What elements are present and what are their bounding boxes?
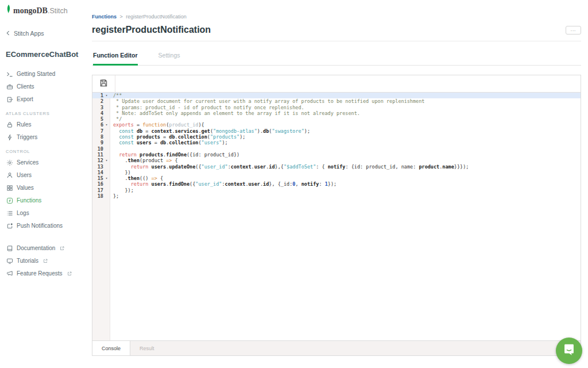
back-link-label: Stitch Apps [14,30,44,37]
code-line-9[interactable]: 9 const users = db.collection("users"); [92,140,581,145]
code-token: ){ [198,122,204,128]
code-line-3[interactable]: 3 * params: product_id - id of product t… [92,105,581,110]
sidebar-item-label: Services [17,159,38,166]
sidebar-item-tutorials[interactable]: Tutorials [6,257,86,264]
more-options-button[interactable]: ... [566,26,581,34]
sidebar-item-functions[interactable]: Functions [6,197,86,204]
chat-support-button[interactable] [556,338,582,364]
code-token [113,134,119,140]
mongodb-stitch-logo[interactable]: mongoDB.Stitch [6,5,86,16]
tab-function-editor[interactable]: Function Editor [93,52,138,66]
function-editor: 1▾/**2 * Update user document for curren… [92,75,581,356]
sidebar-item-logs[interactable]: Logs [6,209,86,217]
code-token: products [140,152,163,158]
code-line-8[interactable]: 8 const products = db.collection("produc… [92,134,581,140]
fold-toggle-icon[interactable]: ▾ [103,93,110,98]
code-token: "user_id" [202,164,228,170]
sidebar-item-values[interactable]: Values [6,184,86,191]
code-token: db [169,134,175,140]
code-line-10[interactable]: 10 [92,146,581,152]
code-token: "products" [210,134,239,140]
line-gutter: 10 [92,146,110,152]
code-token: "users" [202,140,222,145]
sidebar-item-documentation[interactable]: Documentation [6,244,86,252]
code-token: notify [301,181,319,187]
sidebar-item-services[interactable]: Services [6,159,86,166]
code-token: }); [328,181,336,187]
code-line-16[interactable]: 16 return users.findOne({"user_id":conte… [92,181,581,187]
line-gutter: 12▾ [92,158,110,163]
back-to-stitch-apps-link[interactable]: Stitch Apps [6,30,86,37]
brand-name: mongoDB [13,6,48,15]
code-line-5[interactable]: 5 */ [92,116,581,122]
code-token: ); [222,140,227,145]
line-number: 13 [92,164,103,170]
code-line-7[interactable]: 7 const db = context.services.get("mongo… [92,128,581,134]
fold-spacer [103,193,110,199]
line-number: 6 [92,122,103,128]
console-tab-result[interactable]: Result [130,341,164,355]
code-line-6[interactable]: 6▾exports = function(product_id){ [92,122,581,128]
code-token: then [128,158,140,163]
code-line-12[interactable]: 12▾ .then(product => { [92,158,581,163]
monitor-icon [6,257,13,264]
megaphone-icon [6,270,13,277]
breadcrumb-functions-link[interactable]: Functions [92,14,117,20]
code-line-4[interactable]: 4 * Note: addToSet only appends an eleme… [92,110,581,116]
code-line-13[interactable]: 13 return users.updateOne({"user_id":con… [92,164,581,170]
console-tab-console[interactable]: Console [92,341,130,355]
sidebar-item-triggers[interactable]: Triggers [6,133,86,141]
tab-settings[interactable]: Settings [158,52,180,65]
sidebar-item-label: Feature Requests [17,270,63,277]
sidebar-item-getting-started[interactable]: Getting Started [6,70,86,78]
save-button[interactable] [92,75,115,92]
code-token: * Note: addToSet only appends an element… [113,110,360,116]
code-token: }}}); [454,164,469,170]
code-token: services [175,128,199,134]
code-token: = [134,122,142,128]
line-number: 11 [92,152,103,158]
code-token [113,140,119,145]
code-token: = [142,128,151,134]
terminal-icon [6,70,13,78]
code-token: get [202,128,210,134]
code-token: ({ [189,181,195,187]
list-icon [6,209,13,217]
line-gutter: 16 [92,181,110,187]
sidebar-item-feature-requests[interactable]: Feature Requests [6,270,86,277]
code-token: ); [304,128,310,134]
code-line-17[interactable]: 17 }); [92,187,581,193]
code-text: * params: product_id - id of product to … [110,105,304,110]
line-gutter: 15▾ [92,175,110,181]
sidebar-item-label: Logs [17,210,29,216]
brand-suffix: .Stitch [48,7,68,15]
code-token: /** [113,93,122,98]
code-text: exports = function(product_id){ [110,122,204,128]
code-line-14[interactable]: 14 }) [92,170,581,175]
code-line-15[interactable]: 15▾ .then(() => { [92,175,581,181]
code-token: }; [113,193,119,199]
sidebar-item-push-notifications[interactable]: Push Notifications [6,222,86,229]
code-editor-area[interactable]: 1▾/**2 * Update user document for curren… [92,93,581,340]
code-token: const [119,140,134,145]
code-line-2[interactable]: 2 * Update user document for current use… [92,98,581,104]
code-line-18[interactable]: 18}; [92,193,581,199]
sidebar-item-clients[interactable]: Clients [6,83,86,90]
fold-toggle-icon[interactable]: ▾ [103,158,110,163]
sidebar-item-users[interactable]: Users [6,171,86,179]
code-line-1[interactable]: 1▾/** [92,93,581,98]
fold-toggle-icon[interactable]: ▾ [103,122,110,128]
line-gutter: 18 [92,193,110,199]
sidebar-item-rules[interactable]: Rules [6,121,86,128]
code-token: "user_id" [195,181,222,187]
sidebar-item-export[interactable]: Export [6,95,86,103]
fold-spacer [103,110,110,116]
line-number: 10 [92,146,103,152]
notification-icon [6,222,13,229]
fold-toggle-icon[interactable]: ▾ [103,175,110,181]
line-number: 18 [92,193,103,199]
code-token: => [152,175,157,181]
code-line-11[interactable]: 11 return products.findOne({id: product_… [92,152,581,158]
mongodb-leaf-icon [6,5,11,16]
code-token [113,152,119,158]
